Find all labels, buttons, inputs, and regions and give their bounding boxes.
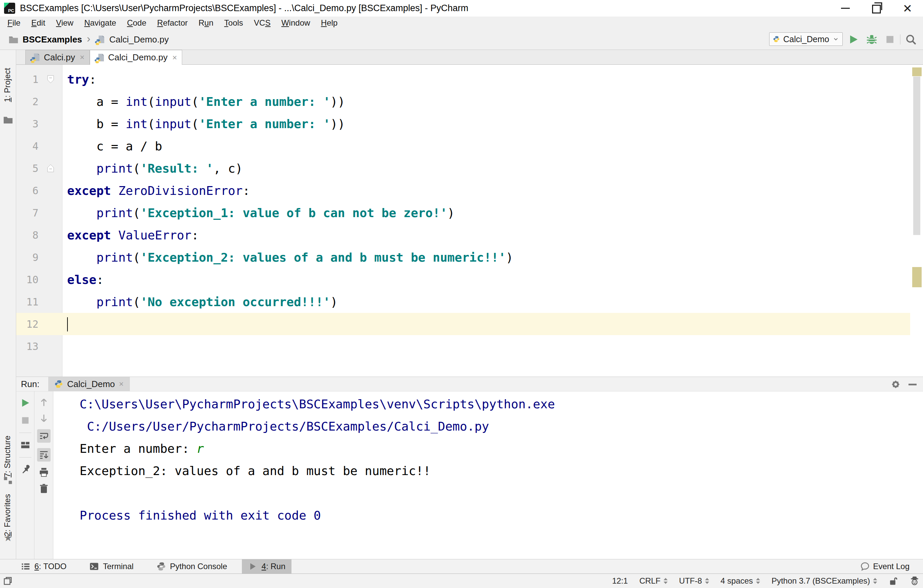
editor-tab-calci[interactable]: Calci.py ×	[25, 50, 90, 64]
change-marker[interactable]	[912, 267, 921, 287]
line-number: 3	[16, 118, 38, 130]
settings-gear-button[interactable]	[890, 378, 902, 390]
toolwindow-toggle-icon[interactable]	[3, 576, 13, 586]
play-icon	[848, 34, 859, 45]
code-area: 1try:2 a = int(input('Enter a number: ')…	[16, 68, 923, 357]
project-folder-icon[interactable]	[3, 115, 13, 125]
down-arrow-button[interactable]	[38, 413, 49, 424]
editor-tab-calci-demo[interactable]: Calci_Demo.py ×	[90, 50, 182, 65]
unlock-icon[interactable]	[889, 576, 898, 586]
breadcrumb-project[interactable]: BSCExamples	[23, 34, 82, 45]
rerun-button[interactable]	[20, 398, 31, 408]
pin-icon	[20, 465, 30, 475]
error-stripe	[910, 65, 923, 377]
code-line-5: 5 print('Result: ', c)	[16, 157, 923, 179]
breadcrumb-file[interactable]: Calci_Demo.py	[109, 34, 169, 45]
run-widget: Calci_Demo	[768, 29, 923, 49]
spinner-arrows-icon	[705, 578, 709, 584]
minimize-button[interactable]	[830, 0, 861, 16]
pycharm-app-icon	[4, 3, 15, 14]
stop-icon	[21, 416, 30, 425]
minimize-icon	[841, 8, 850, 9]
console-line: Process finished with exit code 0	[53, 504, 923, 526]
run-console-tab[interactable]: Calci_Demo ×	[48, 377, 130, 391]
tab-close-icon[interactable]: ×	[80, 52, 84, 62]
stop-button[interactable]	[884, 34, 896, 45]
tab-close-icon[interactable]: ×	[119, 379, 124, 389]
restore-button[interactable]	[861, 0, 892, 16]
run-panel-header: Run: Calci_Demo ×	[16, 377, 923, 391]
console-line	[53, 482, 923, 504]
code-line-4: 4 c = a / b	[16, 135, 923, 157]
search-everywhere-button[interactable]	[905, 34, 917, 45]
toolwindow-terminal[interactable]: Terminal	[83, 559, 140, 573]
menu-item-window[interactable]: Window	[276, 18, 315, 28]
menu-item-tools[interactable]: Tools	[219, 18, 249, 28]
run-configuration-select[interactable]: Calci_Demo	[769, 32, 843, 46]
line-separator-select[interactable]: CRLF	[639, 576, 668, 586]
interpreter-select[interactable]: Python 3.7 (BSCExamples)	[772, 576, 877, 586]
scroll-to-end-toggle[interactable]	[37, 448, 51, 462]
stop-icon	[885, 34, 895, 44]
bug-icon	[866, 34, 877, 45]
console-text-sys: C:/Users/User/PycharmProjects/BSCExample…	[80, 419, 489, 433]
menu-item-refactor[interactable]: Refactor	[152, 18, 193, 28]
stop-button[interactable]	[20, 415, 31, 426]
python-file-icon	[95, 52, 105, 63]
python-icon	[54, 380, 63, 388]
run-button[interactable]	[847, 34, 860, 45]
hide-panel-button[interactable]	[907, 378, 918, 390]
sidebar-item-project[interactable]: 1: Project	[3, 56, 11, 114]
printer-icon	[39, 467, 49, 477]
python-icon	[773, 35, 780, 44]
structure-icon[interactable]	[3, 475, 13, 485]
text-caret	[67, 317, 68, 331]
clear-console-button[interactable]	[38, 483, 49, 494]
menu-item-help[interactable]: Help	[315, 18, 343, 28]
toolwindow-todo[interactable]: 6: TODO	[15, 559, 72, 573]
editor-scrollbar[interactable]	[913, 77, 920, 235]
tab-close-icon[interactable]: ×	[172, 53, 177, 62]
up-arrow-button[interactable]	[38, 397, 49, 408]
pin-tab-button[interactable]	[20, 464, 31, 475]
star-icon[interactable]: ★	[3, 533, 13, 543]
code-line-8: 8except ValueError:	[16, 224, 923, 246]
divider	[19, 432, 31, 433]
code-editor[interactable]: 1try:2 a = int(input('Enter a number: ')…	[16, 65, 923, 377]
toolwindow-run[interactable]: 4: Run	[242, 559, 291, 573]
close-button[interactable]: ✕	[892, 0, 923, 16]
menu-item-code[interactable]: Code	[122, 18, 151, 28]
code-text: try:	[62, 72, 97, 86]
search-icon	[905, 34, 916, 45]
debug-button[interactable]	[866, 34, 878, 45]
indent-select[interactable]: 4 spaces	[721, 576, 760, 586]
code-line-6: 6except ZeroDivisionError:	[16, 179, 923, 201]
change-marker[interactable]	[912, 67, 921, 76]
fold-marker-icon[interactable]	[38, 164, 62, 173]
event-log-button[interactable]: Event Log	[860, 562, 910, 571]
run-console-output[interactable]: C:\Users\User\PycharmProjects\BSCExample…	[53, 391, 923, 559]
print-button[interactable]	[38, 467, 49, 478]
trash-icon	[39, 483, 49, 494]
toolwindow-python-console[interactable]: Python Console	[151, 559, 233, 573]
left-tool-stripe: 1: Project 7: Structure 2: Favorites ★	[0, 50, 16, 559]
line-number: 9	[16, 252, 38, 263]
code-line-12: 12	[16, 313, 923, 335]
fold-marker-icon[interactable]	[38, 75, 62, 84]
menu-item-vcs[interactable]: VCS	[249, 18, 276, 28]
encoding-select[interactable]: UTF-8	[679, 576, 709, 586]
divider	[19, 457, 31, 457]
menu-item-view[interactable]: View	[51, 18, 79, 28]
caret-position[interactable]: 12:1	[612, 576, 628, 586]
code-text: else:	[62, 273, 103, 287]
menu-item-edit[interactable]: Edit	[26, 18, 51, 28]
soft-wrap-toggle[interactable]	[37, 429, 51, 443]
restore-layout-button[interactable]	[20, 440, 31, 450]
menu-item-file[interactable]: File	[2, 18, 26, 28]
console-text-sys: C:\Users\User\PycharmProjects\BSCExample…	[80, 397, 555, 411]
line-number: 5	[16, 162, 38, 174]
inspections-profile-icon[interactable]	[910, 576, 920, 586]
menu-item-navigate[interactable]: Navigate	[79, 18, 122, 28]
scroll-to-end-icon	[39, 450, 49, 460]
menu-item-run[interactable]: Run	[193, 18, 219, 28]
